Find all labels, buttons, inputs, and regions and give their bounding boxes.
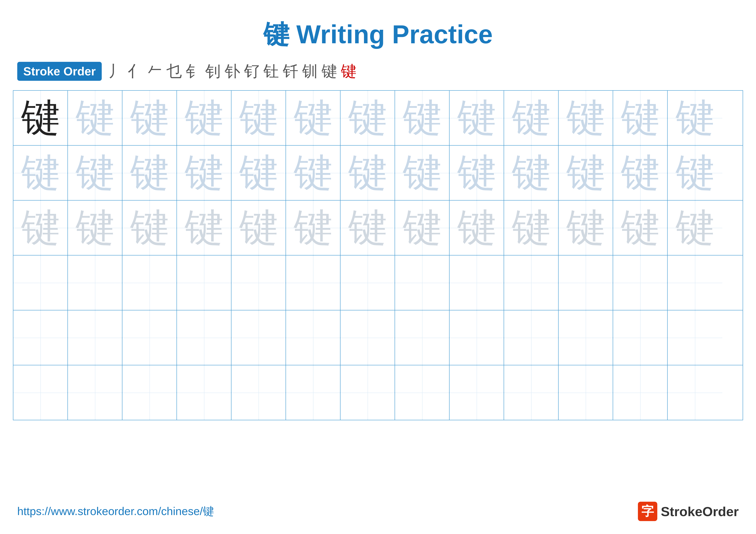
grid-cell: 键 [68, 146, 122, 200]
practice-char: 键 [457, 209, 496, 247]
practice-char: 键 [676, 209, 715, 247]
grid-row-5 [14, 310, 742, 365]
grid-cell: 键 [286, 91, 340, 145]
practice-char: 键 [239, 209, 278, 247]
grid-cell: 键 [14, 201, 68, 255]
grid-cell: 键 [668, 201, 722, 255]
grid-cell [14, 255, 68, 310]
grid-cell: 键 [14, 146, 68, 200]
grid-cell [668, 365, 722, 420]
grid-cell [449, 310, 504, 365]
grid-cell: 键 [449, 146, 504, 200]
grid-cell [231, 365, 286, 420]
stroke-7: 钋 [225, 61, 240, 82]
grid-cell [231, 310, 286, 365]
grid-cell [122, 365, 177, 420]
grid-cell: 键 [177, 201, 231, 255]
grid-cell [504, 255, 558, 310]
grid-cell [68, 365, 122, 420]
grid-cell [558, 310, 613, 365]
logo-icon: 字 [638, 502, 657, 521]
grid-cell [14, 365, 68, 420]
grid-cell: 键 [286, 146, 340, 200]
stroke-12: 键 [322, 61, 337, 82]
stroke-4: 乜 [166, 61, 182, 82]
grid-cell [613, 310, 668, 365]
practice-char: 键 [457, 99, 496, 138]
grid-cell [286, 310, 340, 365]
grid-cell [177, 310, 231, 365]
practice-char: 键 [130, 209, 169, 247]
grid-cell: 键 [340, 146, 395, 200]
stroke-2: 亻 [127, 61, 143, 82]
grid-cell [613, 365, 668, 420]
grid-row-1: 键 键 键 键 键 键 键 键 键 键 键 键 键 [14, 91, 742, 146]
grid-cell: 键 [231, 91, 286, 145]
practice-char: 键 [130, 99, 169, 138]
grid-cell [177, 255, 231, 310]
practice-char: 键 [512, 154, 551, 192]
grid-cell [558, 365, 613, 420]
grid-cell: 键 [613, 146, 668, 200]
practice-char: 键 [76, 99, 115, 138]
grid-cell [122, 310, 177, 365]
grid-cell: 键 [504, 91, 558, 145]
grid-cell: 键 [449, 91, 504, 145]
stroke-5: 钅 [186, 61, 201, 82]
grid-cell: 键 [122, 201, 177, 255]
grid-cell [340, 255, 395, 310]
grid-cell [395, 255, 449, 310]
stroke-10: 钎 [283, 61, 298, 82]
grid-cell [177, 365, 231, 420]
practice-char: 键 [512, 99, 551, 138]
practice-char: 键 [512, 209, 551, 247]
practice-char: 键 [566, 154, 605, 192]
practice-char: 键 [239, 154, 278, 192]
grid-cell: 键 [504, 146, 558, 200]
grid-cell: 键 [504, 201, 558, 255]
practice-char: 键 [348, 154, 387, 192]
grid-cell: 键 [395, 91, 449, 145]
grid-cell [504, 310, 558, 365]
logo-char: 字 [641, 503, 654, 520]
stroke-order-badge: Stroke Order [17, 62, 102, 81]
grid-cell: 键 [231, 146, 286, 200]
grid-cell [340, 365, 395, 420]
practice-char: 键 [76, 154, 115, 192]
title-chinese-char: 键 [263, 20, 289, 49]
logo-text: StrokeOrder [661, 504, 739, 519]
stroke-6: 钊 [205, 61, 221, 82]
grid-cell [68, 310, 122, 365]
grid-cell: 键 [177, 91, 231, 145]
practice-char: 键 [566, 209, 605, 247]
grid-cell: 键 [68, 201, 122, 255]
stroke-11: 钏 [302, 61, 318, 82]
grid-cell [504, 365, 558, 420]
grid-cell [286, 365, 340, 420]
grid-cell: 键 [668, 146, 722, 200]
footer-logo: 字 StrokeOrder [638, 502, 739, 521]
grid-cell: 键 [558, 146, 613, 200]
practice-char: 键 [185, 99, 224, 138]
grid-cell: 键 [668, 91, 722, 145]
stroke-8: 钌 [244, 61, 259, 82]
practice-char: 键 [294, 99, 333, 138]
grid-cell [286, 255, 340, 310]
practice-char: 键 [21, 99, 60, 138]
practice-char: 键 [294, 154, 333, 192]
grid-cell [68, 255, 122, 310]
grid-cell [613, 255, 668, 310]
grid-cell: 键 [613, 91, 668, 145]
practice-char: 键 [348, 99, 387, 138]
grid-cell: 键 [395, 146, 449, 200]
practice-char: 键 [294, 209, 333, 247]
practice-char: 键 [185, 154, 224, 192]
practice-char: 键 [676, 154, 715, 192]
grid-cell [395, 365, 449, 420]
grid-cell: 键 [395, 201, 449, 255]
grid-cell: 键 [14, 91, 68, 145]
practice-char: 键 [676, 99, 715, 138]
practice-char: 键 [76, 209, 115, 247]
practice-char: 键 [239, 99, 278, 138]
footer: https://www.strokeorder.com/chinese/键 字 … [17, 502, 739, 521]
